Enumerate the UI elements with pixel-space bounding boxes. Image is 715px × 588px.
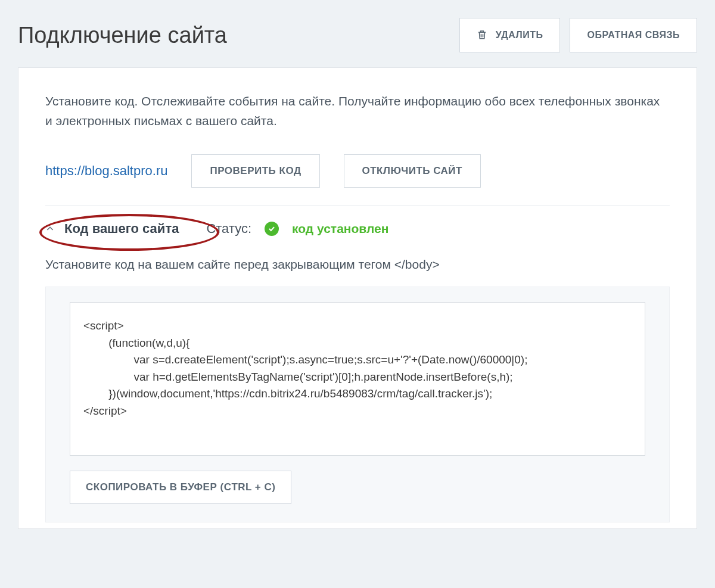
delete-button[interactable]: УДАЛИТЬ — [459, 18, 561, 52]
status-text: код установлен — [292, 222, 388, 236]
feedback-button-label: ОБРАТНАЯ СВЯЗЬ — [587, 30, 680, 41]
header-row: Подключение сайта УДАЛИТЬ ОБРАТНАЯ СВЯЗЬ — [18, 18, 697, 52]
trash-icon — [477, 29, 487, 41]
code-instruction: Установите код на вашем сайте перед закр… — [45, 257, 670, 272]
main-card: Установите код. Отслеживайте события на … — [18, 67, 697, 529]
disconnect-site-button[interactable]: ОТКЛЮЧИТЬ САЙТ — [344, 154, 481, 188]
code-snippet-box[interactable]: <script> (function(w,d,u){ var s=d.creat… — [70, 302, 645, 456]
intro-text: Установите код. Отслеживайте события на … — [45, 92, 670, 130]
feedback-button[interactable]: ОБРАТНАЯ СВЯЗЬ — [570, 18, 697, 52]
copy-buffer-button[interactable]: СКОПИРОВАТЬ В БУФЕР (CTRL + C) — [70, 471, 291, 504]
delete-button-label: УДАЛИТЬ — [496, 30, 543, 41]
site-url-link[interactable]: https://blog.saltpro.ru — [45, 163, 167, 179]
section-title: Код вашего сайта — [64, 221, 179, 237]
check-circle-icon — [265, 222, 279, 236]
check-code-button[interactable]: ПРОВЕРИТЬ КОД — [191, 154, 319, 188]
divider — [45, 206, 670, 206]
url-row: https://blog.saltpro.ru ПРОВЕРИТЬ КОД ОТ… — [45, 154, 670, 188]
header-buttons: УДАЛИТЬ ОБРАТНАЯ СВЯЗЬ — [459, 18, 697, 52]
page-title: Подключение сайта — [18, 23, 227, 48]
status-label: Статус: — [206, 221, 251, 237]
code-block-wrap: <script> (function(w,d,u){ var s=d.creat… — [45, 287, 670, 522]
page-root: Подключение сайта УДАЛИТЬ ОБРАТНАЯ СВЯЗЬ — [0, 0, 715, 547]
section-header[interactable]: Код вашего сайта Статус: код установлен — [45, 221, 670, 237]
chevron-up-icon — [45, 224, 55, 234]
